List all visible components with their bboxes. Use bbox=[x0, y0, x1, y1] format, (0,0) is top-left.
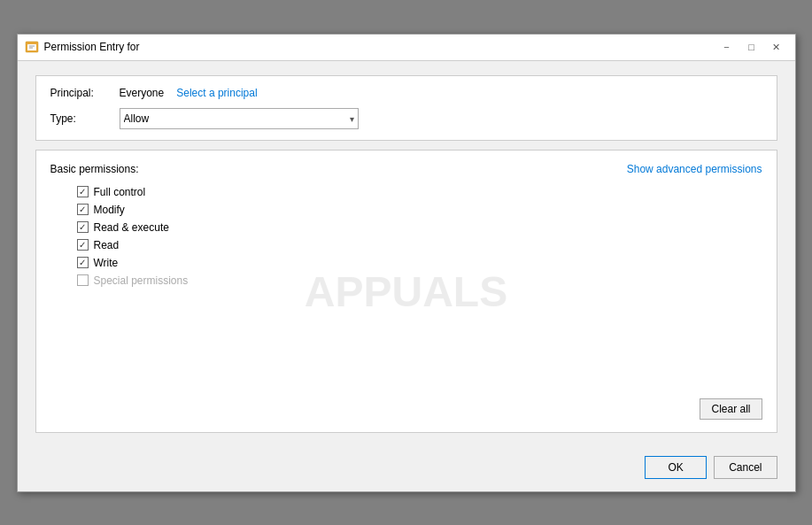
titlebar-title: Permission Entry for bbox=[44, 41, 715, 53]
special-permissions-checkbox[interactable] bbox=[77, 274, 89, 286]
read-checkbox[interactable] bbox=[77, 239, 89, 251]
permission-entry-dialog: Permission Entry for − □ ✕ Principal: Ev… bbox=[17, 34, 796, 492]
type-select-wrapper: Allow Deny bbox=[120, 108, 359, 129]
select-principal-link[interactable]: Select a principal bbox=[176, 87, 257, 99]
full-control-checkbox[interactable] bbox=[77, 186, 89, 197]
cancel-button[interactable]: Cancel bbox=[714, 456, 777, 479]
dialog-footer: OK Cancel bbox=[18, 447, 795, 491]
read-label: Read bbox=[94, 239, 120, 251]
permissions-list: Full control Modify Read & execute Read bbox=[50, 186, 762, 420]
maximize-button[interactable]: □ bbox=[740, 38, 763, 56]
permissions-title: Basic permissions: bbox=[50, 163, 139, 175]
full-control-label: Full control bbox=[94, 186, 146, 198]
type-select[interactable]: Allow Deny bbox=[120, 108, 359, 129]
list-item: Modify bbox=[77, 204, 762, 216]
modify-checkbox[interactable] bbox=[77, 204, 89, 215]
permissions-section: Basic permissions: Show advanced permiss… bbox=[35, 150, 777, 433]
principal-type-section: Principal: Everyone Select a principal T… bbox=[35, 75, 777, 141]
show-advanced-permissions-link[interactable]: Show advanced permissions bbox=[627, 163, 762, 175]
clear-all-button[interactable]: Clear all bbox=[700, 398, 762, 420]
list-item: Read bbox=[77, 239, 762, 251]
ok-button[interactable]: OK bbox=[645, 456, 707, 479]
list-item: Special permissions bbox=[77, 274, 762, 287]
write-label: Write bbox=[94, 257, 119, 269]
modify-label: Modify bbox=[94, 204, 125, 216]
read-execute-label: Read & execute bbox=[94, 221, 169, 234]
close-button[interactable]: ✕ bbox=[765, 38, 788, 56]
read-execute-checkbox[interactable] bbox=[77, 221, 89, 233]
dialog-body: Principal: Everyone Select a principal T… bbox=[18, 61, 795, 447]
list-item: Full control bbox=[77, 186, 762, 198]
titlebar-controls: − □ ✕ bbox=[715, 38, 788, 56]
list-item: Read & execute bbox=[77, 221, 762, 234]
dialog-icon bbox=[25, 40, 39, 54]
principal-label: Principal: bbox=[50, 87, 112, 99]
write-checkbox[interactable] bbox=[77, 257, 89, 268]
special-permissions-label: Special permissions bbox=[94, 274, 189, 287]
minimize-button[interactable]: − bbox=[715, 38, 739, 56]
permissions-header: Basic permissions: Show advanced permiss… bbox=[50, 163, 762, 175]
principal-value: Everyone bbox=[120, 87, 165, 99]
list-item: Write bbox=[77, 257, 762, 269]
principal-row: Principal: Everyone Select a principal bbox=[50, 87, 762, 99]
titlebar: Permission Entry for − □ ✕ bbox=[18, 35, 795, 61]
type-label: Type: bbox=[50, 112, 112, 125]
type-row: Type: Allow Deny bbox=[50, 108, 762, 129]
